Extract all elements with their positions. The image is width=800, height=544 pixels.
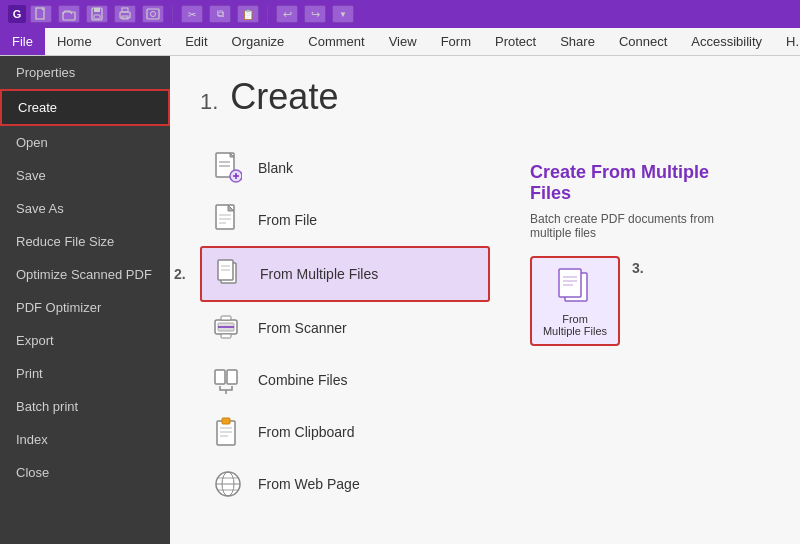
- create-options-list: Blank From File: [200, 142, 490, 510]
- toolbar-separator-2: [267, 5, 268, 23]
- option-combine[interactable]: Combine Files: [200, 354, 490, 406]
- new-button[interactable]: [30, 5, 52, 23]
- print-button[interactable]: [114, 5, 136, 23]
- menu-bar: File Home Convert Edit Organize Comment …: [0, 28, 800, 56]
- page-header: 1. Create: [200, 76, 770, 118]
- svg-rect-28: [221, 334, 231, 338]
- toolbar-dropdown[interactable]: ▼: [332, 5, 354, 23]
- step-1-number: 1.: [200, 89, 218, 115]
- option-from-webpage[interactable]: From Web Page: [200, 458, 490, 510]
- sidebar-item-batch-print[interactable]: Batch print: [0, 390, 170, 423]
- svg-rect-4: [94, 15, 100, 19]
- content-body: Blank From File: [200, 142, 770, 510]
- step-2-number: 2.: [174, 266, 186, 282]
- sidebar: Properties Create Open Save Save As Redu…: [0, 56, 170, 544]
- save-button[interactable]: [86, 5, 108, 23]
- sidebar-item-index[interactable]: Index: [0, 423, 170, 456]
- open-button[interactable]: [58, 5, 80, 23]
- preview-button[interactable]: [142, 5, 164, 23]
- sidebar-item-properties[interactable]: Properties: [0, 56, 170, 89]
- title-bar: G ✂ ⧉ 📋 ↩ ↪ ▼: [0, 0, 800, 28]
- option-from-scanner-label: From Scanner: [258, 320, 347, 336]
- from-webpage-icon: [212, 468, 244, 500]
- svg-rect-29: [215, 370, 225, 384]
- from-scanner-icon: [212, 312, 244, 344]
- sidebar-item-print[interactable]: Print: [0, 357, 170, 390]
- menu-share[interactable]: Share: [548, 28, 607, 55]
- content-area: 1. Create: [170, 56, 800, 544]
- paste-button[interactable]: 📋: [237, 5, 259, 23]
- menu-connect[interactable]: Connect: [607, 28, 679, 55]
- svg-rect-32: [217, 421, 235, 445]
- redo-button[interactable]: ↪: [304, 5, 326, 23]
- app-icon: G: [8, 5, 26, 23]
- copy-button[interactable]: ⧉: [209, 5, 231, 23]
- sidebar-item-open[interactable]: Open: [0, 126, 170, 159]
- step-3-number: 3.: [632, 260, 644, 276]
- svg-rect-8: [147, 9, 159, 19]
- sidebar-item-export[interactable]: Export: [0, 324, 170, 357]
- from-file-icon: [212, 204, 244, 236]
- option-from-multiple-label: From Multiple Files: [260, 266, 378, 282]
- sidebar-item-reduce-size[interactable]: Reduce File Size: [0, 225, 170, 258]
- sidebar-item-save-as[interactable]: Save As: [0, 192, 170, 225]
- right-panel-icon-button[interactable]: FromMultiple Files: [530, 256, 620, 346]
- from-clipboard-icon: [212, 416, 244, 448]
- right-panel: Create From Multiple Files Batch create …: [510, 142, 770, 510]
- svg-point-9: [151, 12, 156, 17]
- svg-rect-43: [559, 269, 581, 297]
- undo-button[interactable]: ↩: [276, 5, 298, 23]
- page-title: Create: [230, 76, 338, 118]
- toolbar-separator: [172, 5, 173, 23]
- right-panel-content: FromMultiple Files 3.: [530, 256, 750, 346]
- menu-accessibility[interactable]: Accessibility: [679, 28, 774, 55]
- sidebar-item-close[interactable]: Close: [0, 456, 170, 489]
- option-blank-label: Blank: [258, 160, 293, 176]
- svg-rect-3: [94, 8, 100, 12]
- sidebar-item-optimize[interactable]: Optimize Scanned PDF: [0, 258, 170, 291]
- option-from-file[interactable]: From File: [200, 194, 490, 246]
- menu-protect[interactable]: Protect: [483, 28, 548, 55]
- menu-organize[interactable]: Organize: [220, 28, 297, 55]
- combine-icon: [212, 364, 244, 396]
- right-panel-description: Batch create PDF documents from multiple…: [530, 212, 750, 240]
- sidebar-item-pdf-optimizer[interactable]: PDF Optimizer: [0, 291, 170, 324]
- option-from-clipboard-label: From Clipboard: [258, 424, 354, 440]
- option-combine-label: Combine Files: [258, 372, 347, 388]
- right-panel-icon-label: FromMultiple Files: [543, 313, 607, 337]
- right-panel-title: Create From Multiple Files: [530, 162, 750, 204]
- svg-rect-27: [221, 316, 231, 320]
- sidebar-item-create[interactable]: Create: [0, 89, 170, 126]
- option-from-file-label: From File: [258, 212, 317, 228]
- menu-view[interactable]: View: [377, 28, 429, 55]
- cut-button[interactable]: ✂: [181, 5, 203, 23]
- option-from-webpage-label: From Web Page: [258, 476, 360, 492]
- menu-convert[interactable]: Convert: [104, 28, 174, 55]
- menu-home[interactable]: Home: [45, 28, 104, 55]
- menu-comment[interactable]: Comment: [296, 28, 376, 55]
- svg-rect-6: [122, 8, 128, 12]
- from-multiple-icon: [214, 258, 246, 290]
- main-layout: Properties Create Open Save Save As Redu…: [0, 56, 800, 544]
- option-from-multiple[interactable]: 2. From Multiple Files: [200, 246, 490, 302]
- menu-form[interactable]: Form: [429, 28, 483, 55]
- sidebar-item-save[interactable]: Save: [0, 159, 170, 192]
- menu-file[interactable]: File: [0, 28, 45, 55]
- option-blank[interactable]: Blank: [200, 142, 490, 194]
- menu-edit[interactable]: Edit: [173, 28, 219, 55]
- svg-rect-30: [227, 370, 237, 384]
- svg-rect-1: [63, 12, 75, 20]
- toolbar-controls: ✂ ⧉ 📋 ↩ ↪ ▼: [30, 5, 354, 23]
- svg-rect-33: [222, 418, 230, 424]
- option-from-scanner[interactable]: From Scanner: [200, 302, 490, 354]
- blank-icon: [212, 152, 244, 184]
- option-from-clipboard[interactable]: From Clipboard: [200, 406, 490, 458]
- menu-more[interactable]: H...: [774, 28, 800, 55]
